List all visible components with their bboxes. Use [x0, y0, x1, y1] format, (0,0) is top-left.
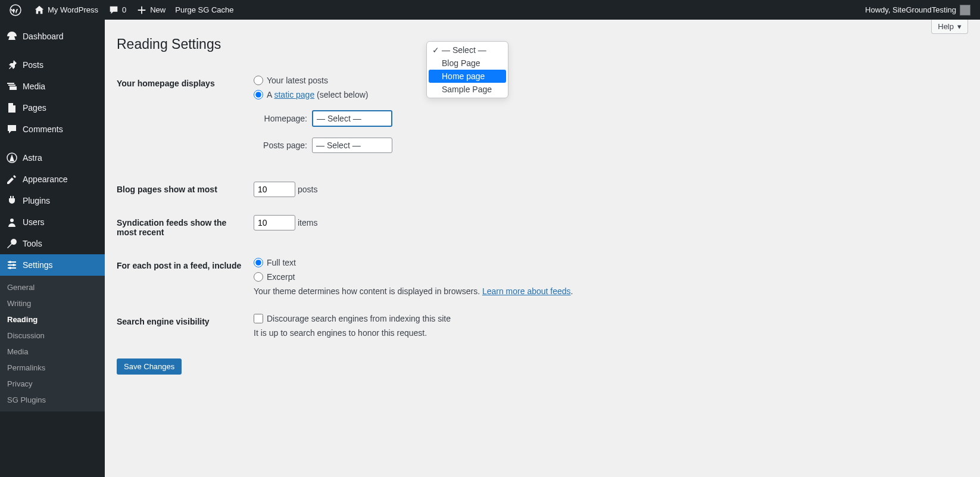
comments-icon — [6, 123, 18, 135]
syndication-input[interactable] — [254, 215, 295, 230]
appearance-icon — [6, 173, 18, 185]
menu-label: Astra — [23, 153, 42, 163]
plugin-icon — [6, 195, 18, 207]
site-name-link[interactable]: My WordPress — [29, 0, 103, 20]
sidebar-item-posts[interactable]: Posts — [0, 54, 105, 76]
radio-label: Your latest posts — [267, 76, 328, 85]
main-content: Help▾ Reading Settings Your homepage dis… — [105, 20, 980, 477]
menu-label: Plugins — [23, 196, 50, 205]
menu-label: Tools — [23, 239, 42, 248]
static-page-link[interactable]: static page — [274, 90, 314, 99]
menu-label: Appearance — [23, 174, 68, 184]
menu-label: Comments — [23, 124, 63, 134]
checkbox-label: Discourage search engines from indexing … — [267, 314, 451, 323]
syndication-suffix: items — [298, 218, 317, 227]
menu-label: Pages — [23, 103, 46, 113]
help-button[interactable]: Help▾ — [931, 20, 968, 34]
new-label: New — [150, 5, 166, 14]
sidebar-item-dashboard[interactable]: Dashboard — [0, 26, 105, 47]
radio-label: Excerpt — [267, 272, 295, 282]
admin-bar: My WordPress 0 New Purge SG Cache Howdy,… — [0, 0, 980, 20]
page-title: Reading Settings — [117, 36, 968, 52]
avatar — [960, 5, 970, 15]
menu-label: Settings — [23, 260, 53, 270]
comments-link[interactable]: 0 — [103, 0, 131, 20]
feed-description: Your theme determines how content is dis… — [254, 286, 962, 296]
menu-label: Posts — [23, 60, 43, 70]
submenu-permalinks[interactable]: Permalinks — [0, 360, 105, 376]
svg-point-6 — [9, 261, 11, 263]
radio-full-text[interactable]: Full text — [254, 258, 962, 267]
posts-page-select-label: Posts page: — [254, 141, 307, 150]
purge-label: Purge SG Cache — [175, 5, 233, 14]
plus-icon — [136, 4, 148, 16]
sidebar-item-astra[interactable]: Astra — [0, 147, 105, 169]
wordpress-icon — [10, 4, 21, 16]
blog-pages-suffix: posts — [298, 185, 317, 194]
posts-page-select[interactable]: — Select — — [312, 138, 392, 153]
submenu-general[interactable]: General — [0, 279, 105, 295]
homepage-dropdown: — Select — Blog Page Home page Sample Pa… — [426, 41, 508, 98]
blog-pages-label: Blog pages show at most — [117, 173, 248, 206]
radio-label: A static page (select below) — [267, 90, 368, 99]
new-link[interactable]: New — [131, 0, 170, 20]
submenu-reading[interactable]: Reading — [0, 311, 105, 328]
dropdown-item-home-page[interactable]: Home page — [429, 70, 506, 83]
radio-static-page-input[interactable] — [254, 90, 263, 99]
submenu-privacy[interactable]: Privacy — [0, 376, 105, 392]
sidebar-item-plugins[interactable]: Plugins — [0, 190, 105, 211]
howdy-link[interactable]: Howdy, SiteGroundTesting — [860, 0, 975, 20]
radio-excerpt[interactable]: Excerpt — [254, 272, 962, 282]
tools-icon — [6, 238, 18, 250]
dashboard-icon — [6, 30, 18, 42]
radio-latest-posts-input[interactable] — [254, 76, 263, 85]
feed-include-label: For each post in a feed, include — [117, 249, 248, 305]
blog-pages-input[interactable] — [254, 182, 295, 197]
help-label: Help — [938, 22, 954, 31]
homepage-select[interactable]: — Select — — [312, 110, 392, 127]
dropdown-item-blog-page[interactable]: Blog Page — [429, 57, 506, 70]
pin-icon — [6, 59, 18, 71]
sidebar-item-settings[interactable]: Settings — [0, 254, 105, 276]
submenu-sg-plugins[interactable]: SG Plugins — [0, 392, 105, 408]
sidebar-item-pages[interactable]: Pages — [0, 97, 105, 119]
submenu-writing[interactable]: Writing — [0, 295, 105, 311]
sidebar-item-comments[interactable]: Comments — [0, 119, 105, 140]
radio-excerpt-input[interactable] — [254, 272, 263, 282]
submenu-discussion[interactable]: Discussion — [0, 328, 105, 344]
menu-label: Users — [23, 217, 45, 227]
search-engine-label: Search engine visibility — [117, 305, 248, 347]
menu-label: Media — [23, 82, 45, 91]
sidebar-item-users[interactable]: Users — [0, 211, 105, 233]
syndication-label: Syndication feeds show the most recent — [117, 206, 248, 249]
search-engine-desc: It is up to search engines to honor this… — [254, 328, 962, 338]
homepage-select-label: Homepage: — [254, 114, 307, 123]
radio-full-text-input[interactable] — [254, 258, 263, 267]
radio-static-page[interactable]: A static page (select below) — [254, 90, 962, 99]
checkbox-discourage[interactable]: Discourage search engines from indexing … — [254, 314, 962, 323]
purge-cache-link[interactable]: Purge SG Cache — [170, 0, 238, 20]
users-icon — [6, 216, 18, 228]
sidebar-item-tools[interactable]: Tools — [0, 233, 105, 254]
learn-more-feeds-link[interactable]: Learn more about feeds — [482, 286, 571, 296]
settings-submenu: General Writing Reading Discussion Media… — [0, 276, 105, 411]
radio-latest-posts[interactable]: Your latest posts — [254, 76, 962, 85]
comment-icon — [108, 4, 120, 16]
svg-point-2 — [10, 219, 14, 222]
media-icon — [6, 80, 18, 92]
dropdown-item-select[interactable]: — Select — — [429, 43, 506, 57]
chevron-down-icon: ▾ — [957, 22, 962, 31]
site-name: My WordPress — [48, 5, 98, 14]
wp-logo[interactable] — [5, 0, 29, 20]
settings-icon — [6, 259, 18, 271]
sidebar-item-appearance[interactable]: Appearance — [0, 169, 105, 190]
checkbox-discourage-input[interactable] — [254, 314, 263, 323]
menu-label: Dashboard — [23, 32, 64, 41]
submenu-media[interactable]: Media — [0, 344, 105, 360]
dropdown-item-sample-page[interactable]: Sample Page — [429, 83, 506, 96]
sidebar-item-media[interactable]: Media — [0, 76, 105, 97]
save-button[interactable]: Save Changes — [117, 358, 182, 375]
comment-count: 0 — [122, 5, 126, 14]
astra-icon — [6, 152, 18, 164]
radio-label: Full text — [267, 258, 296, 267]
